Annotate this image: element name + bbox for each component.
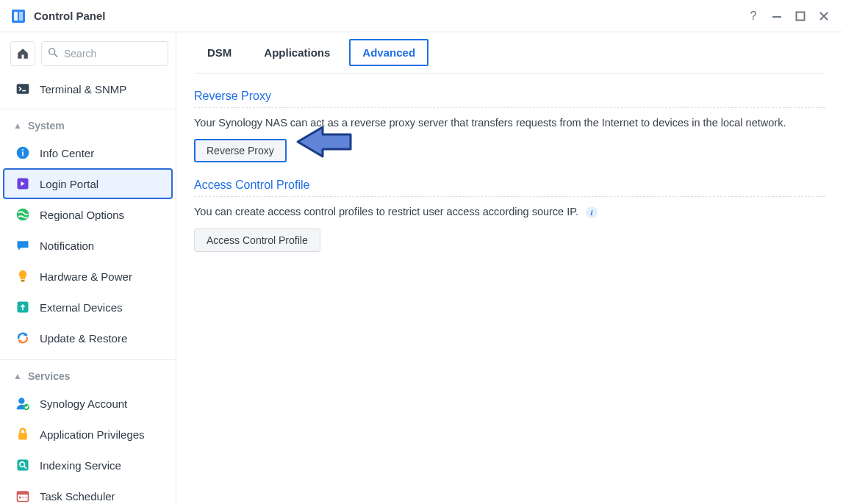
svg-rect-1 [14, 12, 18, 21]
chevron-up-icon: ▲ [13, 371, 22, 381]
sidebar-item-terminal-snmp[interactable]: Terminal & SNMP [0, 73, 176, 104]
sidebar-item-synology-account[interactable]: Synology Account [0, 388, 176, 419]
svg-rect-11 [22, 149, 24, 151]
svg-rect-25 [22, 497, 24, 499]
search-field[interactable] [41, 41, 168, 66]
svg-rect-18 [18, 433, 27, 439]
chat-icon [15, 237, 31, 253]
sidebar-item-regional-options[interactable]: Regional Options [0, 199, 176, 230]
sidebar-item-label: Application Privileges [40, 428, 145, 441]
sidebar-item-label: Task Scheduler [40, 490, 115, 503]
window-title: Control Panel [34, 10, 106, 22]
sidebar-item-label: Regional Options [40, 209, 124, 221]
lock-icon [15, 426, 31, 442]
info-icon[interactable]: i [586, 206, 598, 218]
chevron-up-icon: ▲ [13, 120, 22, 131]
sidebar-item-label: Synology Account [40, 397, 127, 410]
section-divider [194, 196, 825, 197]
svg-rect-19 [18, 460, 29, 471]
sidebar-item-label: Notification [40, 240, 94, 252]
svg-rect-23 [18, 492, 29, 494]
svg-rect-26 [25, 497, 27, 499]
svg-point-17 [24, 404, 29, 410]
tab-applications[interactable]: Applications [251, 39, 343, 66]
section-title-reverse-proxy: Reverse Proxy [194, 90, 825, 103]
sidebar-group-label: Services [28, 370, 71, 382]
section-desc-reverse-proxy: Your Synology NAS can act as a reverse p… [194, 117, 825, 129]
svg-point-16 [18, 398, 24, 404]
svg-rect-24 [19, 497, 21, 499]
sidebar-item-hardware-power[interactable]: Hardware & Power [0, 261, 176, 292]
svg-rect-10 [22, 151, 24, 156]
sidebar-group-head-system[interactable]: ▲ System [0, 120, 176, 137]
sidebar-item-indexing-service[interactable]: Indexing Service [0, 450, 176, 480]
svg-rect-3 [772, 16, 781, 18]
section-divider [194, 107, 825, 108]
sidebar-group-head-services[interactable]: ▲ Services [0, 370, 176, 388]
svg-rect-0 [12, 10, 25, 23]
refresh-icon [15, 330, 31, 346]
sidebar-item-label: Hardware & Power [40, 270, 132, 283]
sidebar-item-label: Login Portal [40, 178, 98, 190]
home-button[interactable] [10, 41, 35, 66]
upload-device-icon [15, 299, 31, 315]
minimize-button[interactable] [765, 4, 789, 28]
titlebar: Control Panel ? [0, 0, 843, 32]
sidebar-item-label: External Devices [40, 301, 123, 314]
annotation-arrow-icon [293, 124, 352, 159]
sidebar-item-label: Info Center [40, 147, 94, 159]
maximize-button[interactable] [789, 4, 812, 28]
globe-icon [15, 206, 31, 223]
reverse-proxy-button[interactable]: Reverse Proxy [194, 139, 287, 162]
svg-rect-4 [797, 12, 805, 20]
sidebar-group-label: System [28, 120, 65, 132]
help-button[interactable]: ? [742, 4, 765, 28]
tab-advanced[interactable]: Advanced [349, 39, 428, 66]
main-panel: DSM Applications Advanced Reverse Proxy … [176, 32, 843, 504]
section-desc-acp: You can create access control profiles t… [194, 206, 825, 218]
section-title-acp: Access Control Profile [194, 179, 825, 192]
tabs: DSM Applications Advanced [194, 32, 825, 73]
home-icon [16, 47, 29, 60]
close-button[interactable] [812, 4, 836, 28]
sidebar-item-update-restore[interactable]: Update & Restore [0, 323, 176, 353]
info-icon [15, 145, 31, 161]
bulb-icon [15, 268, 31, 284]
account-icon [15, 395, 31, 411]
sidebar-group-services: ▲ Services Synology Account Application … [0, 359, 176, 504]
app-icon [10, 8, 26, 24]
sidebar-item-label: Indexing Service [40, 459, 121, 472]
sidebar-item-label: Update & Restore [40, 332, 127, 345]
terminal-icon [15, 81, 31, 97]
search-input[interactable] [41, 41, 168, 66]
sidebar-item-task-scheduler[interactable]: Task Scheduler [0, 480, 176, 504]
sidebar-group-system: ▲ System Info Center Login Portal Re [0, 109, 176, 355]
svg-rect-14 [21, 280, 25, 282]
section-desc-acp-text: You can create access control profiles t… [194, 206, 578, 217]
calendar-icon [15, 488, 31, 504]
sidebar-item-info-center[interactable]: Info Center [0, 137, 176, 168]
sidebar-item-label: Terminal & SNMP [40, 83, 126, 96]
sidebar-item-application-privileges[interactable]: Application Privileges [0, 419, 176, 450]
access-control-profile-button[interactable]: Access Control Profile [194, 228, 320, 252]
login-portal-icon [15, 176, 31, 192]
sidebar-item-login-portal[interactable]: Login Portal [3, 168, 173, 199]
sidebar-item-external-devices[interactable]: External Devices [0, 292, 176, 323]
sidebar-item-notification[interactable]: Notification [0, 230, 176, 261]
svg-rect-7 [17, 84, 29, 93]
tab-dsm[interactable]: DSM [194, 39, 245, 66]
sidebar: Terminal & SNMP ▲ System Info Center Log… [0, 32, 176, 504]
svg-rect-2 [19, 12, 23, 21]
indexing-icon [15, 457, 31, 473]
